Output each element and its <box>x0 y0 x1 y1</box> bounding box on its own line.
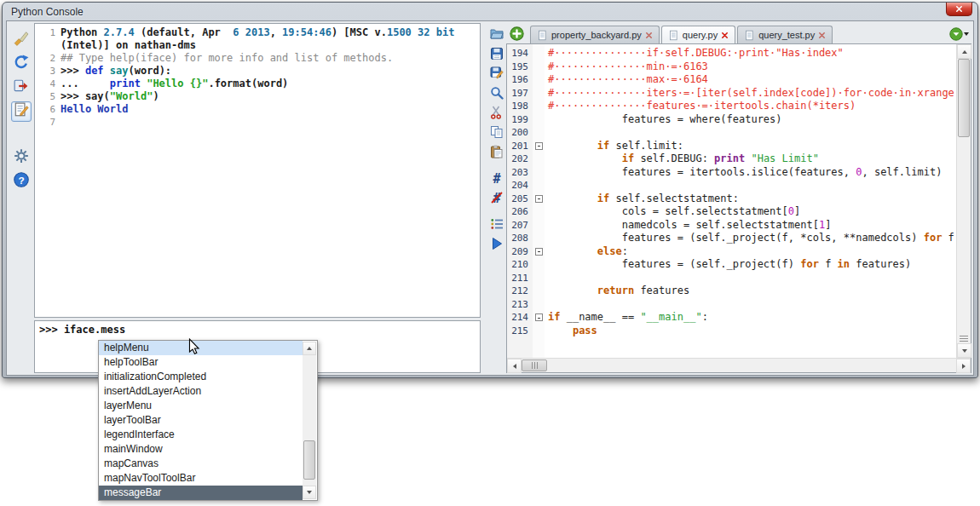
import-class-button[interactable] <box>11 78 32 98</box>
options-button[interactable] <box>11 147 32 168</box>
fold-collapse-icon[interactable] <box>535 313 543 321</box>
close-tab-icon[interactable] <box>721 32 729 39</box>
vertical-scrollbar-thumb[interactable] <box>958 59 970 137</box>
fold-collapse-icon[interactable] <box>535 248 543 256</box>
save-script-button[interactable] <box>488 47 505 64</box>
close-tab-icon[interactable] <box>645 32 653 39</box>
object-inspector-button[interactable] <box>488 217 505 234</box>
code-segment: if <box>548 311 560 323</box>
autocomplete-item[interactable]: mainWindow <box>99 442 303 457</box>
editor-line[interactable]: 215 pass <box>507 325 956 338</box>
tab-query_test-py[interactable]: query_test.py <box>737 26 833 43</box>
editor-code-area[interactable]: 194#···············if·self.DEBUG:·print·… <box>507 44 956 358</box>
autocomplete-item[interactable]: helpToolBar <box>99 355 303 370</box>
autocomplete-item[interactable]: messageBar <box>99 486 303 500</box>
editor-line[interactable]: 194#···············if·self.DEBUG:·print·… <box>507 47 956 60</box>
editor-line[interactable]: 212 return features <box>507 285 956 298</box>
tab-query-py[interactable]: query.py <box>661 26 735 43</box>
autocomplete-item[interactable]: layerToolBar <box>99 413 303 428</box>
editor-line[interactable]: 214if __name__ == "__main__": <box>507 311 956 325</box>
run-command-button[interactable] <box>11 54 32 74</box>
editor-line[interactable]: 196#···············max·=·6164 <box>507 73 956 87</box>
help-button[interactable]: ? <box>11 171 32 192</box>
line-number: 212 <box>507 285 533 298</box>
editor-vertical-scrollbar[interactable] <box>956 44 971 358</box>
close-window-button[interactable] <box>946 3 972 16</box>
code-segment: for <box>924 232 943 244</box>
editor-line[interactable]: 195#···············min·=·6163 <box>507 60 956 74</box>
new-tab-button[interactable] <box>510 26 525 42</box>
editor-line[interactable]: 207 namedcols = self.selectstatment[1] <box>507 219 956 233</box>
autocomplete-item[interactable]: mapCanvas <box>99 457 303 471</box>
code-segment: "__main__" <box>640 311 701 323</box>
titlebar[interactable]: Python Console <box>6 3 974 20</box>
scroll-up-button[interactable] <box>957 44 971 59</box>
fold-margin <box>533 311 545 325</box>
autocomplete-item[interactable]: helpMenu <box>99 341 303 355</box>
clear-console-button[interactable] <box>11 30 32 50</box>
editor-line[interactable]: 203 features = itertools.islice(features… <box>507 166 956 180</box>
tab-list-button[interactable] <box>949 27 969 41</box>
line-number: 213 <box>507 298 533 312</box>
editor-line-text: pass <box>545 325 956 338</box>
editor-line-text <box>545 126 956 140</box>
fold-collapse-icon[interactable] <box>535 142 543 150</box>
dropdown-scrollbar-thumb[interactable] <box>303 440 315 480</box>
find-text-button[interactable] <box>488 86 505 103</box>
editor-line[interactable]: 199 features = where(features) <box>507 113 956 127</box>
scroll-right-button[interactable] <box>956 359 971 373</box>
copy-button[interactable] <box>488 125 505 142</box>
autocomplete-item[interactable]: legendInterface <box>99 428 303 442</box>
editor-line[interactable]: 204 <box>507 179 956 193</box>
open-script-button[interactable] <box>488 27 505 44</box>
scroll-left-button[interactable] <box>507 359 522 373</box>
editor-line[interactable]: 202 if self.DEBUG: print "Has Limit" <box>507 152 956 166</box>
dropdown-scroll-down-button[interactable] <box>303 486 316 499</box>
line-number: 196 <box>507 73 533 87</box>
paste-button[interactable] <box>488 145 505 162</box>
save-as-button[interactable] <box>488 66 505 83</box>
editor-line[interactable]: 201 if self.limit: <box>507 140 956 153</box>
editor-line[interactable]: 208 features = (self._project(f, *cols, … <box>507 232 956 245</box>
scroll-down-button[interactable] <box>957 343 971 358</box>
code-segment: if <box>597 140 609 152</box>
dropdown-scrollbar-track[interactable] <box>303 355 316 486</box>
editor-line-text: else: <box>545 245 956 259</box>
editor-line[interactable]: 197#···············iters·=·[iter(self.in… <box>507 87 956 101</box>
run-script-button[interactable] <box>488 237 505 254</box>
show-editor-button[interactable] <box>11 101 32 122</box>
code-segment: #···············min·=·6163 <box>548 60 708 72</box>
editor-line-text: return features <box>545 285 956 298</box>
autocomplete-item[interactable]: mapNavToolToolBar <box>99 471 303 486</box>
editor-line[interactable]: 213 <box>507 298 956 312</box>
editor-horizontal-scrollbar[interactable] <box>507 358 971 372</box>
editor-line[interactable]: 198#···············features·=·itertools.… <box>507 100 956 113</box>
autocomplete-item[interactable]: insertAddLayerAction <box>99 384 303 399</box>
cut-button[interactable] <box>488 106 505 123</box>
autocomplete-item[interactable]: layerMenu <box>99 399 303 413</box>
code-segment: 32 bit <box>418 26 454 38</box>
editor-line[interactable]: 206 cols = self.selectstatment[0] <box>507 205 956 219</box>
horizontal-scrollbar-thumb[interactable] <box>522 359 547 371</box>
horizontal-scrollbar-track[interactable] <box>522 359 956 372</box>
code-segment: self.limit: <box>609 140 683 152</box>
tab-property_backyard-py[interactable]: property_backyard.py <box>530 26 660 43</box>
editor-line[interactable]: 205 if self.selectstatment: <box>507 193 956 206</box>
dropdown-scroll-up-button[interactable] <box>303 342 316 355</box>
autocomplete-item[interactable]: initializationCompleted <box>99 370 303 384</box>
vertical-scrollbar-track[interactable] <box>957 59 971 336</box>
object-inspector-icon <box>490 217 504 234</box>
editor-line[interactable]: 209 else: <box>507 245 956 259</box>
uncomment-code-button[interactable]: # <box>488 191 505 208</box>
code-segment: 1500 <box>387 26 412 38</box>
close-tab-icon[interactable] <box>818 32 826 39</box>
editor-line[interactable]: 210 features = (self._project(f) for f i… <box>507 258 956 272</box>
fold-collapse-icon[interactable] <box>535 195 543 203</box>
scrollbar-split-handle[interactable] <box>960 336 968 343</box>
comment-code-button[interactable]: # <box>488 171 505 188</box>
panel-splitter[interactable] <box>481 23 487 373</box>
code-segment: print <box>110 78 141 89</box>
editor-line[interactable]: 200 <box>507 126 956 140</box>
editor-line[interactable]: 211 <box>507 272 956 285</box>
dropdown-scrollbar[interactable] <box>303 342 316 499</box>
